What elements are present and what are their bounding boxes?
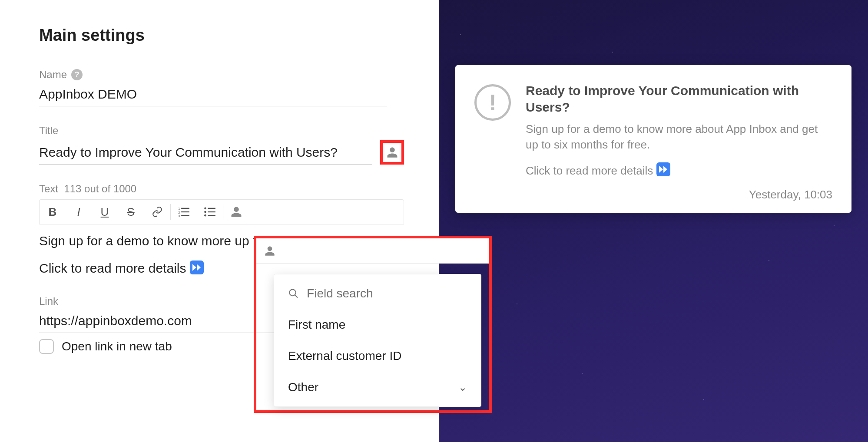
link-label: Link (39, 295, 58, 307)
svg-text:1: 1 (178, 207, 180, 210)
fast-forward-icon (190, 261, 204, 274)
title-input[interactable] (39, 142, 372, 165)
preview-title: Ready to Improve Your Communication with… (526, 82, 832, 115)
link-icon (152, 206, 163, 218)
preview-timestamp: Yesterday, 10:03 (749, 188, 832, 201)
dropdown-search-input[interactable] (307, 287, 467, 300)
help-icon[interactable]: ? (71, 69, 83, 80)
alert-icon: ! (474, 84, 511, 121)
person-icon (230, 206, 242, 218)
svg-rect-4 (181, 211, 189, 212)
personalize-title-button[interactable] (380, 140, 404, 165)
svg-rect-11 (208, 215, 215, 216)
chevron-down-icon: ⌄ (458, 381, 467, 393)
fast-forward-icon (656, 162, 670, 176)
preview-card: ! Ready to Improve Your Communication wi… (455, 65, 851, 213)
text-label: Text (39, 183, 58, 195)
name-field-group: Name ? (39, 69, 404, 106)
dropdown-item-first-name[interactable]: First name (274, 309, 481, 340)
open-new-tab-checkbox[interactable] (39, 339, 54, 354)
preview-cta: Click to read more details (526, 164, 653, 177)
personalization-dropdown: First name External customer ID Other ⌄ (254, 236, 492, 413)
text-toolbar: B I U S 123 (39, 199, 404, 224)
title-label: Title (39, 125, 58, 137)
dropdown-header (256, 238, 489, 264)
person-icon (386, 146, 398, 158)
svg-point-12 (289, 290, 296, 296)
dropdown-item-other[interactable]: Other ⌄ (274, 372, 481, 403)
italic-button[interactable]: I (66, 200, 92, 224)
title-field-group: Title (39, 125, 404, 165)
section-title: Main settings (39, 26, 404, 45)
strike-button[interactable]: S (118, 200, 144, 224)
link-button[interactable] (144, 200, 170, 224)
ordered-list-button[interactable]: 123 (171, 200, 197, 224)
underline-button[interactable]: U (92, 200, 118, 224)
svg-rect-5 (181, 215, 189, 216)
svg-rect-3 (181, 208, 189, 209)
svg-point-8 (204, 214, 206, 217)
open-new-tab-label: Open link in new tab (62, 340, 172, 353)
bold-button[interactable]: B (40, 200, 66, 224)
svg-rect-10 (208, 211, 215, 212)
name-label: Name (39, 69, 67, 81)
preview-panel: ! Ready to Improve Your Communication wi… (439, 0, 868, 442)
text-counter: 113 out of 1000 (64, 183, 136, 195)
person-icon (264, 245, 275, 257)
svg-line-13 (295, 295, 298, 297)
svg-text:2: 2 (178, 211, 180, 214)
svg-point-7 (204, 211, 206, 213)
text-line-2: Click to read more details (39, 261, 186, 275)
unordered-list-icon (204, 206, 216, 218)
search-icon (288, 287, 299, 300)
dropdown-item-external-id[interactable]: External customer ID (274, 340, 481, 372)
dropdown-body: First name External customer ID Other ⌄ (274, 274, 481, 407)
svg-point-6 (204, 208, 206, 210)
unordered-list-button[interactable] (197, 200, 223, 224)
ordered-list-icon: 123 (178, 206, 190, 218)
preview-body: Sign up for a demo to know more about Ap… (526, 121, 832, 153)
name-input[interactable] (39, 84, 387, 106)
svg-rect-9 (208, 208, 215, 209)
svg-text:3: 3 (178, 214, 180, 218)
personalize-text-button[interactable] (223, 200, 249, 224)
dropdown-search-row (274, 287, 481, 309)
